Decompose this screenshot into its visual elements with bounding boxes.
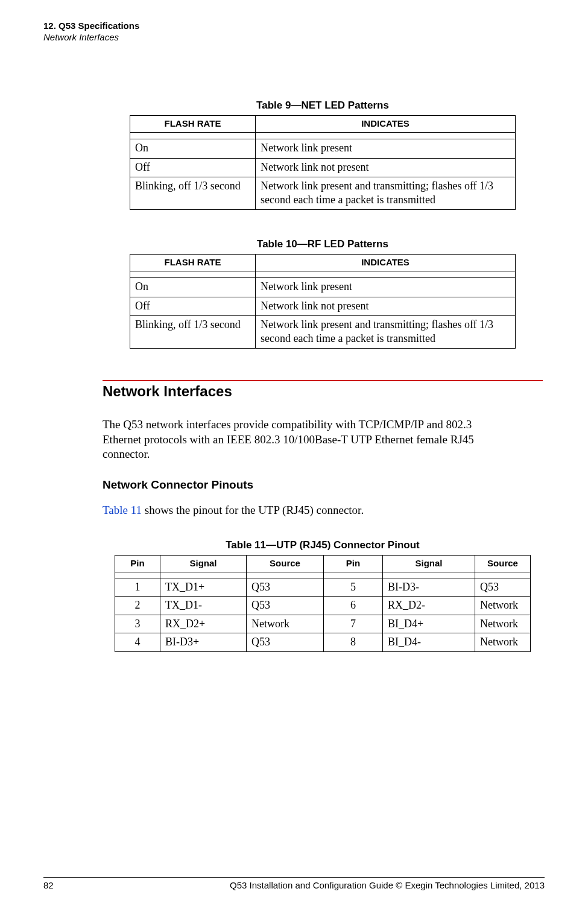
cell-source: Q53 <box>475 578 531 597</box>
table-10-col-rate: FLASH RATE <box>130 255 256 271</box>
table-9-col-indicates: INDICATES <box>256 116 516 133</box>
section-heading: Network Interfaces <box>103 382 543 401</box>
col-signal-b: Signal <box>383 555 475 572</box>
cell-source: Q53 <box>247 578 324 597</box>
table-10-caption: Table 10—RF LED Patterns <box>103 238 543 250</box>
cell-indicates: Network link not present <box>256 297 516 316</box>
cell-rate: On <box>130 278 256 297</box>
table-row: Off Network link not present <box>130 297 516 316</box>
cell-pin: 6 <box>324 597 383 615</box>
table-row: 2 TX_D1- Q53 6 RX_D2- Network <box>115 597 531 615</box>
table-10-col-indicates: INDICATES <box>256 255 516 271</box>
table-row: 1 TX_D1+ Q53 5 BI-D3- Q53 <box>115 578 531 597</box>
page-number: 82 <box>43 880 54 891</box>
cell-pin: 4 <box>115 633 160 652</box>
cell-source: Q53 <box>247 633 324 652</box>
cell-indicates: Network link present <box>256 278 516 297</box>
cell-signal: RX_D2+ <box>160 615 247 633</box>
footer-text: Q53 Installation and Configuration Guide… <box>230 880 545 891</box>
cell-signal: TX_D1+ <box>160 578 247 597</box>
cell-signal: BI_D4+ <box>383 615 475 633</box>
cell-signal: BI-D3+ <box>160 633 247 652</box>
page: 12. Q53 Specifications Network Interface… <box>0 0 588 912</box>
cell-signal: RX_D2- <box>383 597 475 615</box>
table-11-link[interactable]: Table 11 <box>103 504 142 516</box>
section-rule <box>103 380 543 381</box>
cell-source: Network <box>475 615 531 633</box>
table-row: Blinking, off 1/3 second Network link pr… <box>130 316 516 349</box>
cell-pin: 8 <box>324 633 383 652</box>
cell-indicates: Network link not present <box>256 158 516 177</box>
table-11: Pin Signal Source Pin Signal Source 1 TX… <box>115 555 531 652</box>
table-row: 4 BI-D3+ Q53 8 BI_D4- Network <box>115 633 531 652</box>
cell-rate: On <box>130 139 256 159</box>
table-row: Blinking, off 1/3 second Network link pr… <box>130 177 516 210</box>
cell-rate: Off <box>130 297 256 316</box>
col-pin-b: Pin <box>324 555 383 572</box>
table-10: FLASH RATE INDICATES On Network link pre… <box>130 254 516 349</box>
cell-pin: 2 <box>115 597 160 615</box>
cell-source: Q53 <box>247 597 324 615</box>
cell-signal: BI_D4- <box>383 633 475 652</box>
col-source-a: Source <box>247 555 324 572</box>
cell-source: Network <box>247 615 324 633</box>
cell-rate: Off <box>130 158 256 177</box>
cell-pin: 7 <box>324 615 383 633</box>
footer: 82 Q53 Installation and Configuration Gu… <box>43 877 545 891</box>
cell-source: Network <box>475 597 531 615</box>
table-9: FLASH RATE INDICATES On Network link pre… <box>130 115 516 210</box>
col-pin-a: Pin <box>115 555 160 572</box>
cell-indicates: Network link present and transmitting; f… <box>256 316 516 349</box>
cell-rate: Blinking, off 1/3 second <box>130 316 256 349</box>
table-row: 3 RX_D2+ Network 7 BI_D4+ Network <box>115 615 531 633</box>
section-body: The Q53 network interfaces provide compa… <box>103 417 507 462</box>
running-header: 12. Q53 Specifications Network Interface… <box>43 21 139 43</box>
cell-signal: TX_D1- <box>160 597 247 615</box>
running-header-chapter: 12. Q53 Specifications <box>43 21 139 32</box>
cell-source: Network <box>475 633 531 652</box>
table-row: Off Network link not present <box>130 158 516 177</box>
cell-pin: 3 <box>115 615 160 633</box>
subsection-lead: Table 11 shows the pinout for the UTP (R… <box>103 503 507 518</box>
cell-pin: 5 <box>324 578 383 597</box>
table-row: On Network link present <box>130 278 516 297</box>
cell-signal: BI-D3- <box>383 578 475 597</box>
table-row: On Network link present <box>130 139 516 159</box>
subsection-heading: Network Connector Pinouts <box>103 478 543 492</box>
table-9-col-rate: FLASH RATE <box>130 116 256 133</box>
cell-pin: 1 <box>115 578 160 597</box>
running-header-section: Network Interfaces <box>43 32 139 43</box>
col-signal-a: Signal <box>160 555 247 572</box>
cell-indicates: Network link present and transmitting; f… <box>256 177 516 210</box>
subsection-lead-text: shows the pinout for the UTP (RJ45) conn… <box>142 504 364 516</box>
col-source-b: Source <box>475 555 531 572</box>
cell-rate: Blinking, off 1/3 second <box>130 177 256 210</box>
content-area: Table 9—NET LED Patterns FLASH RATE INDI… <box>103 78 543 652</box>
table-9-caption: Table 9—NET LED Patterns <box>103 99 543 112</box>
cell-indicates: Network link present <box>256 139 516 159</box>
table-11-caption: Table 11—UTP (RJ45) Connector Pinout <box>103 539 543 551</box>
